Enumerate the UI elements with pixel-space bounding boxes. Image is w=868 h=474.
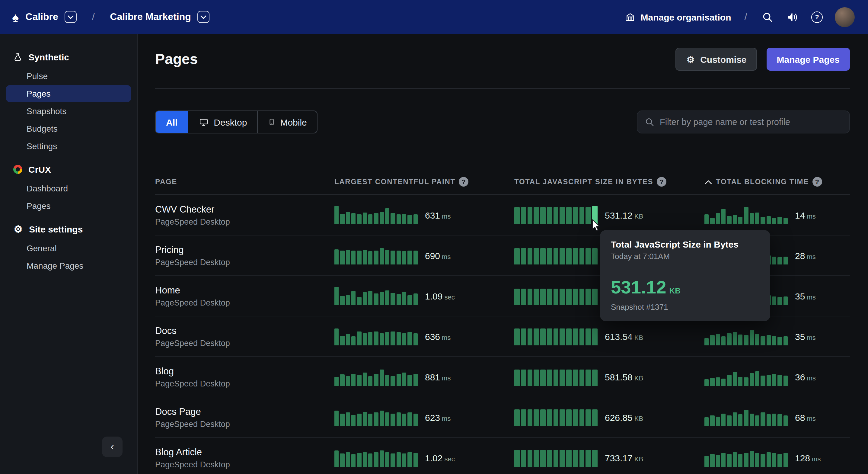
page-name[interactable]: CWV Checker (155, 204, 334, 215)
metric-value: 35ms (795, 291, 816, 301)
js-sparkline[interactable] (514, 206, 597, 224)
help-icon[interactable]: ? (811, 11, 823, 23)
org-dropdown[interactable] (198, 11, 210, 23)
js-sparkline[interactable] (514, 408, 597, 426)
sidebar-item-settings[interactable]: Settings (6, 138, 131, 155)
metric-value: 881ms (425, 372, 451, 382)
sidebar-heading-site-settings[interactable]: ⚙ Site settings (0, 219, 137, 239)
page-cell: Home PageSpeed Desktop (155, 285, 334, 307)
filter-mobile[interactable]: Mobile (257, 111, 317, 133)
lcp-sparkline[interactable] (334, 206, 418, 224)
filter-desktop[interactable]: Desktop (188, 111, 257, 133)
column-header-tbt[interactable]: TOTAL BLOCKING TIME ? (705, 177, 850, 186)
metric-value: 36ms (795, 372, 816, 382)
lcp-cell: 631ms (334, 206, 514, 224)
js-size-cell: 531.12KB (514, 206, 705, 224)
lcp-sparkline[interactable] (334, 327, 418, 345)
column-label: LARGEST CONTENTFUL PAINT (334, 178, 456, 186)
help-icon[interactable]: ? (459, 177, 469, 186)
tbt-cell: 35ms (705, 327, 850, 345)
tbt-sparkline[interactable] (705, 408, 788, 426)
sidebar-section-synthetic: Synthetic Pulse Pages Snapshots Budgets … (0, 47, 137, 155)
column-label: PAGE (155, 178, 177, 186)
brand-group: ♠ Calibre / Calibre Marketing (12, 10, 210, 23)
tbt-sparkline[interactable] (705, 327, 788, 345)
page-cell: Docs Page PageSpeed Desktop (155, 406, 334, 428)
filter-all[interactable]: All (156, 111, 188, 133)
lcp-sparkline[interactable] (334, 246, 418, 264)
customise-button[interactable]: ⚙ Customise (676, 48, 756, 71)
tbt-sparkline[interactable] (705, 449, 788, 467)
megaphone-icon[interactable] (786, 10, 799, 24)
sidebar-item-crux-dashboard[interactable]: Dashboard (6, 180, 131, 197)
lcp-sparkline[interactable] (334, 408, 418, 426)
search-input[interactable] (660, 117, 842, 127)
top-navbar: ♠ Calibre / Calibre Marketing Manage org… (0, 0, 868, 34)
metric-value: 68ms (795, 412, 816, 422)
page-name[interactable]: Blog Article (155, 447, 334, 457)
page-name[interactable]: Docs (155, 325, 334, 336)
search-icon[interactable] (761, 10, 774, 24)
help-glyph: ? (462, 178, 466, 185)
page-name[interactable]: Blog (155, 366, 334, 377)
tbt-cell: 68ms (705, 408, 850, 426)
tbt-sparkline[interactable] (705, 206, 788, 224)
collapse-chevron-icon: ‹ (111, 441, 114, 453)
page-name[interactable]: Home (155, 285, 334, 296)
help-glyph: ? (815, 178, 819, 185)
tooltip-snapshot: Snapshot #1371 (611, 302, 760, 312)
table-row[interactable]: Blog PageSpeed Desktop 881ms 581.58KB 36… (155, 357, 850, 397)
avatar[interactable] (835, 7, 855, 27)
js-sparkline[interactable] (514, 327, 597, 345)
breadcrumb-separator: / (92, 11, 95, 23)
js-sparkline[interactable] (514, 368, 597, 386)
metric-value: 28ms (795, 250, 816, 261)
sidebar-collapse-button[interactable]: ‹ (102, 437, 123, 457)
table-row[interactable]: Blog Article PageSpeed Desktop 1.02sec 7… (155, 438, 850, 474)
help-glyph: ? (815, 13, 819, 21)
column-label: TOTAL JAVASCRIPT SIZE IN BYTES (514, 178, 653, 186)
help-icon[interactable]: ? (812, 177, 822, 186)
sidebar-item-budgets[interactable]: Budgets (6, 120, 131, 137)
search-icon (645, 117, 654, 127)
chevron-down-icon (68, 15, 74, 19)
tbt-cell: 128ms (705, 449, 850, 467)
tbt-sparkline[interactable] (705, 368, 788, 386)
lcp-cell: 1.09sec (334, 287, 514, 305)
table-row[interactable]: CWV Checker PageSpeed Desktop 631ms 531.… (155, 195, 850, 236)
filter-mobile-label: Mobile (280, 117, 307, 127)
page-name[interactable]: Docs Page (155, 406, 334, 417)
metric-value: 613.54KB (605, 331, 643, 342)
sidebar-heading-synthetic[interactable]: Synthetic (0, 47, 137, 67)
manage-pages-button[interactable]: Manage Pages (767, 48, 850, 71)
metric-value: 733.17KB (605, 452, 643, 463)
lcp-cell: 881ms (334, 368, 514, 386)
tooltip-title: Total JavaScript Size in Bytes (611, 239, 760, 249)
lcp-sparkline[interactable] (334, 368, 418, 386)
sidebar-item-manage-pages[interactable]: Manage Pages (6, 257, 131, 274)
sidebar-heading-crux[interactable]: CrUX (0, 159, 137, 179)
sidebar-item-general[interactable]: General (6, 240, 131, 257)
sidebar-item-pages[interactable]: Pages (6, 85, 131, 102)
table-row[interactable]: Docs PageSpeed Desktop 636ms 613.54KB 35… (155, 317, 850, 357)
lcp-sparkline[interactable] (334, 287, 418, 305)
table-header-row: PAGE LARGEST CONTENTFUL PAINT ? TOTAL JA… (155, 177, 850, 195)
metric-value: 1.02sec (425, 452, 455, 463)
column-header-page[interactable]: PAGE (155, 178, 334, 186)
brand-dropdown[interactable] (65, 11, 77, 23)
js-sparkline[interactable] (514, 449, 597, 467)
sidebar-item-crux-pages[interactable]: Pages (6, 198, 131, 214)
js-sparkline[interactable] (514, 287, 597, 305)
page-cell: CWV Checker PageSpeed Desktop (155, 204, 334, 226)
js-sparkline[interactable] (514, 246, 597, 264)
sidebar-item-pulse[interactable]: Pulse (6, 68, 131, 85)
help-icon[interactable]: ? (657, 177, 666, 186)
column-header-lcp[interactable]: LARGEST CONTENTFUL PAINT ? (334, 177, 514, 186)
page-name[interactable]: Pricing (155, 244, 334, 255)
table-row[interactable]: Docs Page PageSpeed Desktop 623ms 626.85… (155, 397, 850, 438)
sidebar-item-snapshots[interactable]: Snapshots (6, 102, 131, 120)
column-header-js[interactable]: TOTAL JAVASCRIPT SIZE IN BYTES ? (514, 177, 705, 186)
manage-organisation-link[interactable]: Manage organisation (625, 12, 731, 22)
header-actions: ⚙ Customise Manage Pages (676, 48, 850, 71)
lcp-sparkline[interactable] (334, 449, 418, 467)
